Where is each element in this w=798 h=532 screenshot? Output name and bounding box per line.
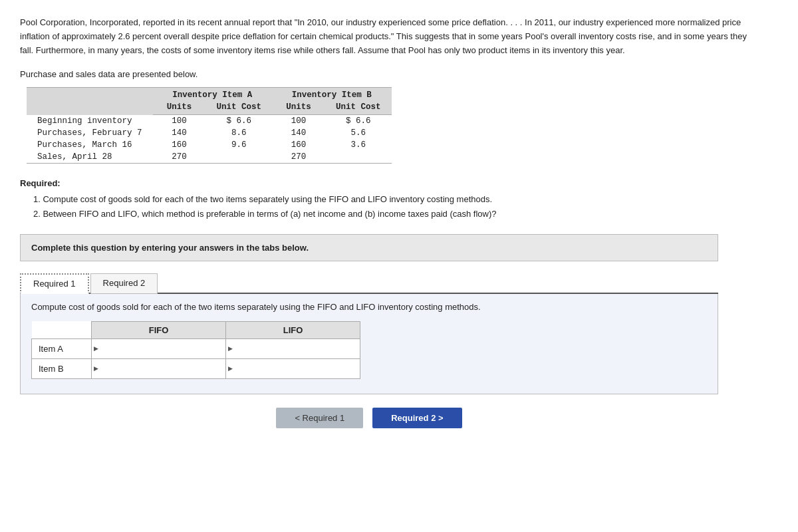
th-fifo: FIFO [92, 321, 226, 338]
th-a-units: Units [153, 101, 206, 115]
cell-transaction: Sales, April 28 [27, 151, 153, 164]
cell-b-cost [325, 151, 392, 164]
item-a-fifo-input[interactable] [92, 338, 226, 358]
tab-required-2[interactable]: Required 2 [90, 273, 158, 294]
cell-b-cost: 5.6 [325, 127, 392, 139]
next-button-label: Required 2 > [391, 413, 443, 423]
item-b-lifo-field[interactable] [233, 364, 341, 374]
table-row: Item B [32, 358, 360, 378]
cell-a-units: 160 [153, 139, 206, 151]
th-b-cost: Unit Cost [325, 101, 392, 115]
row-label-item-a: Item A [32, 338, 92, 358]
cell-b-units: 140 [272, 127, 325, 139]
cell-a-cost: 8.6 [206, 127, 273, 139]
cell-transaction: Beginning inventory [27, 115, 153, 128]
item-b-fifo-field[interactable] [98, 364, 207, 374]
required-items: 1. Compute cost of goods sold for each o… [20, 192, 778, 221]
cell-transaction: Purchases, March 16 [27, 139, 153, 151]
cell-b-cost: 3.6 [325, 139, 392, 151]
prev-button[interactable]: < Required 1 [276, 408, 363, 428]
item-a-fifo-field[interactable] [98, 344, 207, 354]
tab-content-text: Compute cost of goods sold for each of t… [31, 302, 481, 312]
data-table: Inventory Item A Inventory Item B Units … [27, 87, 392, 164]
tab-content: Compute cost of goods sold for each of t… [20, 294, 718, 394]
purchase-label: Purchase and sales data are presented be… [20, 69, 778, 79]
answer-table: FIFO LIFO Item A Item B [31, 321, 360, 379]
cell-a-cost: $ 6.6 [206, 115, 273, 128]
cell-b-units: 160 [272, 139, 325, 151]
cell-a-units: 140 [153, 127, 206, 139]
required-item-2: 2. Between FIFO and LIFO, which method i… [33, 207, 778, 221]
th-b-units: Units [272, 101, 325, 115]
tabs-container: Required 1 Required 2 [20, 272, 718, 294]
required-title: Required: [20, 178, 778, 188]
complete-box-text: Complete this question by entering your … [31, 243, 309, 253]
th-lifo: LIFO [226, 321, 360, 338]
row-label-item-b: Item B [32, 358, 92, 378]
cell-b-units: 100 [272, 115, 325, 128]
th-item-a: Inventory Item A [153, 88, 273, 102]
required-item-1: 1. Compute cost of goods sold for each o… [33, 192, 778, 207]
table-row: Beginning inventory 100 $ 6.6 100 $ 6.6 [27, 115, 392, 128]
complete-box: Complete this question by entering your … [20, 234, 718, 261]
th-empty [32, 321, 92, 338]
cell-transaction: Purchases, February 7 [27, 127, 153, 139]
th-item-b: Inventory Item B [272, 88, 392, 102]
required-section: Required: 1. Compute cost of goods sold … [20, 178, 778, 221]
next-button[interactable]: Required 2 > [372, 408, 462, 428]
cell-a-cost [206, 151, 273, 164]
item-b-fifo-input[interactable] [92, 358, 226, 378]
nav-buttons: < Required 1 Required 2 > [20, 408, 718, 428]
prev-button-label: < Required 1 [295, 413, 344, 423]
cell-a-units: 270 [153, 151, 206, 164]
table-row: Item A [32, 338, 360, 358]
table-row: Purchases, March 16 160 9.6 160 3.6 [27, 139, 392, 151]
cell-b-cost: $ 6.6 [325, 115, 392, 128]
th-transaction [27, 88, 153, 115]
table-row: Sales, April 28 270 270 [27, 151, 392, 164]
answer-table-wrap: FIFO LIFO Item A Item B [31, 321, 707, 379]
item-b-lifo-input[interactable] [226, 358, 360, 378]
table-row: Purchases, February 7 140 8.6 140 5.6 [27, 127, 392, 139]
item-a-lifo-field[interactable] [233, 344, 341, 354]
item-a-lifo-input[interactable] [226, 338, 360, 358]
cell-b-units: 270 [272, 151, 325, 164]
tab-required-1[interactable]: Required 1 [20, 273, 89, 294]
cell-a-units: 100 [153, 115, 206, 128]
th-a-cost: Unit Cost [206, 101, 273, 115]
intro-paragraph: Pool Corporation, Incorporated, reported… [20, 16, 751, 57]
cell-a-cost: 9.6 [206, 139, 273, 151]
